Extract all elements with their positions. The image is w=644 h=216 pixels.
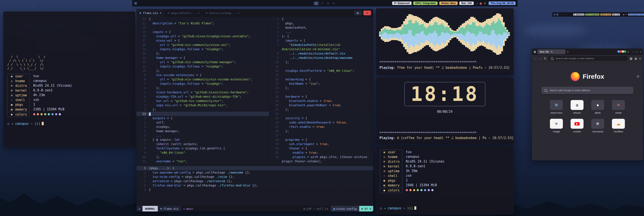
terminal-clock[interactable]: 18:18 08/08/24 =========================… — [376, 77, 514, 144]
shortcut-tile[interactable]: ● — [591, 100, 604, 110]
extension-icon[interactable] — [622, 51, 624, 53]
url-bar[interactable] — [548, 56, 628, 61]
visualizer-bar — [456, 29, 458, 39]
music-tray-icon[interactable]: ♪ — [621, 14, 622, 16]
newtab-search-input[interactable] — [549, 89, 630, 92]
tab-close-icon[interactable]: × — [160, 12, 161, 15]
newtab-search-bar[interactable] — [541, 87, 634, 94]
workspace-4[interactable]: 4 — [566, 14, 568, 16]
terminal-visualizer[interactable]: ========================================… — [376, 8, 514, 76]
launcher-menu-icon[interactable]: ⊞ — [134, 1, 137, 5]
shortcut-tile[interactable]: ❄ — [550, 100, 563, 110]
extension-icon[interactable] — [620, 51, 622, 53]
visibility-toggle-button[interactable]: ◉ — [354, 11, 362, 15]
firefox-hero: Firefox — [532, 72, 643, 81]
code-line: 3 astronvim = pkgs.callPackage ./astronv… — [136, 179, 373, 183]
terminal-fastfetch-right[interactable]: ◉user⌂hname❄distro⚙kernel◔uptime›shell▣p… — [376, 146, 514, 214]
code-line: 13 home-manager = { — [136, 56, 269, 60]
editor-statusline: ❖ NORMAL ❄ flake.nix ✦ main ⚙ LSP ~ null… — [136, 206, 373, 211]
distro-icon: ❄ — [10, 83, 13, 88]
maximize-button[interactable]: □ — [636, 51, 638, 53]
extensions-icon[interactable]: ▦ — [630, 57, 632, 60]
workspace-3[interactable]: 3 — [562, 14, 564, 16]
launcher-menu-icon[interactable]: ⊞ — [554, 13, 555, 16]
back-icon[interactable]: ← — [534, 57, 537, 60]
tab-close-icon[interactable]: × — [198, 12, 200, 15]
brightness-tray-icon[interactable]: ☀ — [625, 14, 627, 16]
workspace-2[interactable]: 2 — [320, 2, 324, 5]
neovim-window[interactable]: ❄flake.nix×❄pkgs/default...×❄hosts/isoIm… — [136, 9, 373, 211]
track-progress: ========================================… — [380, 59, 514, 64]
brightness-tray-icon[interactable]: ☀ — [484, 2, 486, 5]
url-bar-input[interactable] — [555, 57, 626, 60]
refresh-icon[interactable]: ↻ — [544, 57, 546, 60]
editor-pane-isoimage[interactable]: 1{2 pkgs,3 modulesPath,4 ...5}: {6 impor… — [269, 17, 373, 166]
shortcut-search.nixos[interactable]: ❄search.nixos — [546, 100, 566, 114]
visualizer-bar — [462, 24, 464, 44]
editor-pane-pkgs-default[interactable]: 1{pkgs, ...}: {1 tux-awesome-wm-config =… — [136, 166, 373, 206]
lines-icon: ≡ — [362, 207, 363, 210]
close-window-button[interactable]: × — [640, 51, 641, 53]
visualizer-bar — [405, 19, 406, 49]
workspace-1[interactable]: 1 — [556, 14, 558, 16]
new-tab-button[interactable]: + — [567, 50, 569, 54]
editor-pane-flake-nix[interactable]: 22{21 description = "tux's NixOS Flake";… — [136, 17, 269, 166]
cloudflare-cloud-icon: ☁ — [616, 121, 620, 126]
color-swatch — [37, 113, 39, 115]
shortcut-tile[interactable]: ✳ — [550, 119, 563, 129]
close-buffer-button[interactable]: × — [363, 11, 371, 15]
shortcut-tile[interactable]: ▶ — [570, 119, 584, 129]
nix-file-icon: ❄ — [140, 12, 141, 15]
account-icon[interactable]: ◉ — [634, 57, 637, 60]
shortcut-tile[interactable]: ☁ — [612, 119, 625, 129]
shortcut-github[interactable]: ●github — [588, 100, 608, 114]
code-line: 2 tux-nvim-config = pkgs.callPackage ./n… — [136, 175, 373, 179]
shortcut-claude[interactable]: ✳claude — [608, 100, 628, 114]
shell-icon: › — [10, 98, 13, 102]
terminal-fastfetch-left[interactable]: / \ _ _ \ / / /\ \ ( ) ( ) \/ / / \ \ \ … — [3, 12, 136, 147]
code-line: 2 self, — [136, 120, 269, 125]
visualizer-bar — [417, 17, 419, 51]
music-tray-icon[interactable]: ♪ — [476, 2, 478, 5]
bar-status-area: P: BalancedGPU: IntegratedHome: 8msBat: … — [392, 2, 516, 5]
visualizer-bar — [394, 28, 396, 40]
notification-tray-icon[interactable]: ◉ — [623, 14, 624, 16]
tab-close-icon[interactable]: × — [238, 12, 239, 15]
workspace-3[interactable]: 3 — [326, 2, 330, 5]
notification-tray-icon[interactable]: ◉ — [479, 2, 482, 5]
tab-close-icon[interactable]: × — [551, 50, 552, 53]
extension-icon[interactable] — [624, 51, 626, 53]
shortcut-tile[interactable]: ✳ — [612, 100, 625, 110]
shortcut-amazon[interactable]: aamazon — [567, 100, 587, 114]
forward-icon[interactable]: → — [539, 57, 542, 60]
editor-tab-pkgs-default-[interactable]: ❄pkgs/default...× — [165, 9, 203, 17]
code-line: 7 inputs.nixpkgs.follows = "nixpkgs"; — [136, 82, 269, 86]
shell-prompt[interactable]: ⌂ → canopus ~ ))) — [7, 121, 135, 126]
workspace-1[interactable]: 1 — [314, 2, 318, 5]
menu-icon[interactable]: ≡ — [639, 57, 641, 60]
visualizer-bar — [415, 16, 417, 52]
editor-tab-hosts-isoImag-[interactable]: ❄hosts/isoImag...× — [203, 9, 242, 17]
firefox-view-icon[interactable]: ▦ — [534, 50, 536, 53]
shortcut-chatgpt[interactable]: ✳chatgpt — [546, 119, 566, 133]
firefox-window[interactable]: ▦ New Tab × + ▾ ─ □ × ← → ↻ ▦ ◉ ≡ ⚙ — [532, 49, 643, 160]
visualizer-bar — [434, 17, 436, 51]
visualizer-bar — [426, 23, 427, 45]
shortcut-youtube[interactable]: ▶youtube — [567, 119, 587, 133]
prompt-segment: ⌂ — [380, 206, 384, 210]
extension-icon[interactable] — [618, 51, 620, 53]
workspace-2[interactable]: 2 — [560, 14, 562, 16]
shortcut-tile[interactable]: a — [570, 100, 584, 110]
code-line: 9 "x86_64-linux" — [136, 150, 269, 155]
workspace-4[interactable]: 4 — [331, 2, 336, 5]
shortcut-chat.openai[interactable]: ✳chat.openai — [588, 119, 608, 133]
chevron-down-icon[interactable]: ▾ — [628, 51, 629, 53]
editor-tab-flake-nix[interactable]: ❄flake.nix× — [136, 9, 165, 17]
minimize-button[interactable]: ─ — [632, 51, 634, 53]
gear-icon[interactable]: ⚙ — [637, 75, 640, 79]
uptime-icon: ◔ — [383, 169, 386, 173]
shortcut-cloudflare[interactable]: ☁cloudflare — [608, 119, 628, 133]
browser-tab-new-tab[interactable]: New Tab × — [538, 49, 566, 54]
shell-prompt[interactable]: ⌂ → canopus ~ ))) — [380, 206, 416, 210]
shortcut-tile[interactable]: ✳ — [591, 119, 604, 129]
